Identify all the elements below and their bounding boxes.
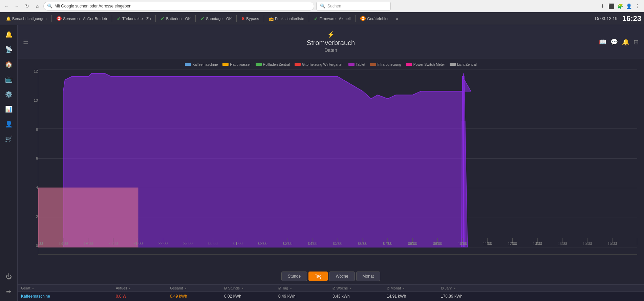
menu-dots-icon[interactable]: ⋮: [634, 2, 641, 10]
chart-wrapper: 12 10 8 6 4 2 0: [24, 69, 637, 255]
svg-text:07:00: 07:00: [383, 240, 392, 246]
nav-notifications[interactable]: 🔔 Benachrichtigungen: [3, 15, 50, 22]
svg-text:03:00: 03:00: [283, 240, 293, 246]
download-icon[interactable]: ⬇: [599, 2, 606, 10]
sidebar-item-shop[interactable]: 🛒: [2, 132, 16, 146]
sidebar-item-user[interactable]: 👤: [2, 117, 16, 131]
sidebar-item-power[interactable]: ⏻: [2, 270, 16, 283]
nav-geratefehler[interactable]: 2 Gerätefehler: [357, 15, 392, 22]
cell-woche: 3.43 kWh: [332, 294, 387, 299]
nav-batterien[interactable]: ✔ Batterien - OK: [157, 15, 194, 23]
svg-text:06:00: 06:00: [358, 240, 367, 246]
alert-icon[interactable]: 🔔: [622, 38, 629, 46]
table-row: Kaffeemaschine 0.0 W 0.49 kWh 0.02 kWh 0…: [18, 292, 644, 301]
profile-icon[interactable]: 👤: [625, 2, 632, 10]
bell-icon: 🔔: [6, 16, 11, 21]
grid-icon[interactable]: ⊞: [634, 38, 639, 46]
svg-text:05:00: 05:00: [333, 240, 342, 246]
y-label-6: 6: [24, 156, 38, 160]
sort-icon-tag: ▲: [289, 287, 292, 290]
home-button[interactable]: ⌂: [33, 2, 41, 10]
header-icons: 📖 💬 🔔 ⊞: [599, 38, 639, 46]
nav-firmware[interactable]: ✔ Firmware - Aktuell: [310, 15, 354, 23]
sidebar: 🔔 📡 🏠 📺 ⚙️ 📊 👤 🛒 ⏻ ➡: [0, 25, 18, 301]
btn-tag[interactable]: Tag: [308, 272, 328, 281]
chat-icon[interactable]: 💬: [610, 38, 618, 46]
nav-divider-7: [309, 15, 309, 22]
legend-licht: Licht Zentral: [450, 62, 477, 66]
check-icon-batterien: ✔: [160, 16, 165, 21]
col-header-jahr[interactable]: Ø Jahr ▲: [441, 286, 495, 290]
nav-more[interactable]: »: [393, 15, 402, 22]
svg-text:10:00: 10:00: [458, 240, 467, 246]
nav-turkontakte[interactable]: ✔ Türkontakte - Zu: [113, 15, 154, 23]
legend-infrarot: Infrarotheizung: [370, 62, 401, 66]
legend-tablet: Tablet: [348, 62, 365, 66]
legend-color-gitorheizung: [295, 63, 301, 66]
nav-bypass[interactable]: ✖ Bypass: [238, 15, 262, 22]
svg-text:12:00: 12:00: [508, 240, 517, 246]
col-header-gesamt[interactable]: Gesamt ▲: [170, 286, 224, 290]
windows-icon[interactable]: ⬛: [607, 2, 615, 10]
y-label-4: 4: [24, 185, 38, 189]
col-header-woche[interactable]: Ø Woche ▲: [332, 286, 387, 290]
main-layout: 🔔 📡 🏠 📺 ⚙️ 📊 👤 🛒 ⏻ ➡ ☰ ⚡ Stromverbrauch …: [0, 25, 644, 301]
svg-text:19:00: 19:00: [84, 240, 93, 246]
svg-text:17:00: 17:00: [38, 240, 43, 246]
cell-gesamt: 0.49 kWh: [170, 294, 224, 299]
legend-color-hauptwasser: [222, 63, 229, 66]
extensions-icon[interactable]: 🧩: [616, 2, 624, 10]
svg-text:00:00: 00:00: [208, 240, 217, 246]
legend-hauptwasser: Hauptwasser: [222, 62, 251, 66]
nav-sensors[interactable]: 2 Sensoren - Außer Betrieb: [53, 15, 110, 22]
nav-sabotage[interactable]: ✔ Sabotage - OK: [197, 15, 235, 23]
legend-rollladen: Rollladen Zentral: [256, 62, 290, 66]
radio-icon: 📻: [269, 16, 274, 21]
top-nav-left: 🔔 Benachrichtigungen 2 Sensoren - Außer …: [3, 15, 595, 23]
browser-chrome: ← → ↻ ⌂ 🔍 Mit Google suchen oder Adresse…: [0, 0, 644, 12]
col-header-gerat[interactable]: Gerät ▲: [21, 286, 116, 290]
btn-monat[interactable]: Monat: [356, 272, 380, 281]
sidebar-item-settings[interactable]: ⚙️: [2, 87, 16, 101]
sidebar-item-media[interactable]: 📺: [2, 73, 16, 86]
sidebar-item-stats[interactable]: 📊: [2, 102, 16, 116]
btn-woche[interactable]: Woche: [329, 272, 355, 281]
sort-icon-gesamt: ▲: [185, 287, 187, 290]
col-header-tag[interactable]: Ø Tag ▲: [278, 286, 332, 290]
col-header-aktuell[interactable]: Aktuell ▲: [116, 286, 170, 290]
reload-button[interactable]: ↻: [23, 2, 31, 10]
search-bar[interactable]: 🔍 Suchen: [316, 2, 391, 11]
hamburger-menu[interactable]: ☰: [23, 38, 28, 46]
content-area: ☰ ⚡ Stromverbrauch Daten 📖 💬 🔔 ⊞ Kaffeem…: [18, 25, 644, 301]
sidebar-item-home[interactable]: 🏠: [2, 58, 16, 71]
sidebar-item-exit[interactable]: ➡: [2, 285, 16, 298]
page-title: Stromverbrauch: [307, 39, 355, 47]
address-bar[interactable]: 🔍 Mit Google suchen oder Adresse eingebe…: [43, 2, 314, 11]
svg-text:08:00: 08:00: [408, 240, 417, 246]
legend-color-infrarot: [370, 63, 376, 66]
sort-icon-aktuell: ▲: [128, 287, 131, 290]
book-icon[interactable]: 📖: [599, 38, 606, 46]
col-header-stunde[interactable]: Ø Stunde ▲: [224, 286, 278, 290]
svg-text:21:00: 21:00: [133, 240, 143, 246]
nav-funkschalter[interactable]: 📻 Funkschalterliste: [265, 15, 307, 22]
top-nav: 🔔 Benachrichtigungen 2 Sensoren - Außer …: [0, 12, 644, 25]
data-table: Gerät ▲ Aktuell ▲ Gesamt ▲ Ø Stunde ▲ Ø …: [18, 284, 644, 301]
svg-text:16:00: 16:00: [608, 240, 617, 246]
btn-stunde[interactable]: Stunde: [281, 272, 307, 281]
svg-text:04:00: 04:00: [308, 240, 317, 246]
chart-svg: 17:00 18:00 19:00 20:00 21:00 22:00 23:0…: [38, 69, 637, 247]
sidebar-item-alerts[interactable]: 🔔: [2, 28, 16, 41]
device-name-kaffeemaschine[interactable]: Kaffeemaschine: [21, 294, 50, 299]
svg-text:20:00: 20:00: [109, 240, 118, 246]
back-button[interactable]: ←: [3, 2, 11, 10]
col-header-monat[interactable]: Ø Monat ▲: [387, 286, 441, 290]
cell-aktuell: 0.0 W: [116, 294, 170, 299]
sidebar-item-sensor[interactable]: 📡: [2, 43, 16, 56]
forward-button[interactable]: →: [13, 2, 21, 10]
address-text: Mit Google suchen oder Adresse eingeben: [55, 4, 131, 8]
check-icon-firmware: ✔: [314, 16, 318, 21]
svg-text:18:00: 18:00: [59, 240, 68, 246]
chart-area: 17:00 18:00 19:00 20:00 21:00 22:00 23:0…: [38, 69, 637, 255]
svg-text:15:00: 15:00: [583, 240, 592, 246]
